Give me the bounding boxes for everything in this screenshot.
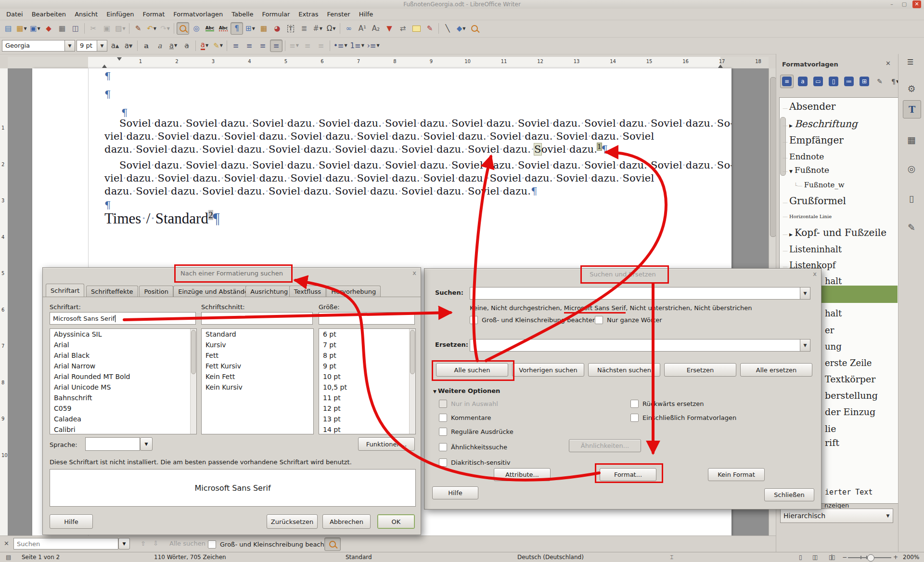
line-spacing-icon[interactable]: ≡▼ (288, 39, 300, 52)
size-item-8-pt[interactable]: 8 pt (319, 350, 415, 361)
underline-icon[interactable]: a▼ (167, 39, 180, 52)
first-line-indent-marker[interactable] (117, 57, 122, 61)
font-item-arial-black[interactable]: Arial Black (50, 350, 196, 361)
font-item-bahnschrift[interactable]: Bahnschrift (50, 392, 196, 403)
language-dropdown-button[interactable]: ▼ (140, 437, 153, 451)
format-button[interactable]: Format... (600, 468, 656, 481)
style-entry-horizontale-linie[interactable]: —Horizontale Linie (780, 213, 891, 220)
size-item-14-pt[interactable]: 14 pt (319, 424, 415, 434)
button-ersetzen[interactable]: Ersetzen (664, 363, 736, 377)
match-case-checkbox[interactable]: Groß- und Kleinschreibung beachten (470, 316, 596, 324)
style-entry-kopf-und-fu-zeile[interactable]: —▶Kopf- und Fußzeile (780, 227, 891, 238)
menu-bearbeiten[interactable]: Bearbeiten (27, 9, 70, 20)
insert-chart-icon[interactable]: ◕ (271, 22, 283, 35)
highlighting-color-icon[interactable]: ✎▼ (212, 39, 224, 52)
similarity-button[interactable]: Ähnlichkeiten... (569, 439, 641, 452)
style-item-fett-kursiv[interactable]: Fett Kursiv (202, 361, 313, 371)
menu-fenster[interactable]: Fenster (322, 9, 354, 20)
fill-format-mode-icon[interactable]: ✎ (873, 75, 886, 88)
insert-bookmark-icon[interactable]: ▼ (383, 22, 396, 35)
print-icon[interactable]: ▦ (56, 22, 68, 35)
size-item-11-pt[interactable]: 11 pt (319, 392, 415, 403)
size-item-10-pt[interactable]: 10 pt (319, 371, 415, 382)
export-pdf-icon[interactable]: ◆ (42, 22, 55, 35)
chevron-down-icon[interactable]: ▼ (344, 43, 347, 48)
chevron-down-icon[interactable]: ▼ (167, 26, 170, 31)
expand-icon[interactable]: ▶ (789, 123, 793, 128)
tab-textfluss[interactable]: Textfluss (289, 286, 326, 297)
close-icon[interactable]: ✕ (4, 540, 9, 547)
font-color-icon[interactable]: a▼ (198, 39, 211, 52)
collapse-icon[interactable]: ▼ (789, 169, 793, 174)
new-document-icon[interactable]: ▤ (2, 22, 14, 35)
tab-schriftart[interactable]: Schriftart (46, 284, 84, 297)
sidebar-menu-icon[interactable]: ☰ (907, 58, 913, 66)
insert-footnote-icon[interactable]: A¹ (356, 22, 369, 35)
expand-icon[interactable]: ▶ (789, 232, 793, 237)
chevron-down-icon[interactable]: ▼ (883, 509, 893, 523)
chevron-down-icon[interactable]: ▼ (376, 43, 379, 48)
print-preview-icon[interactable]: ◫ (69, 22, 82, 35)
decrease-paragraph-spacing-icon[interactable]: ≡ (315, 39, 327, 52)
size-item-13-pt[interactable]: 13 pt (319, 414, 415, 424)
attributes-button[interactable]: Attribute... (494, 468, 551, 481)
scrollbar-thumb[interactable] (410, 330, 415, 374)
gallery-icon[interactable]: ▦ (903, 131, 920, 148)
insert-field-icon[interactable]: #▼ (311, 22, 324, 35)
menu-formatvorlagen[interactable]: Formatvorlagen (169, 9, 227, 20)
sidebar-settings-icon[interactable]: ⚙ (903, 80, 920, 97)
font-size-input[interactable] (319, 312, 415, 325)
close-button[interactable]: Schließen (764, 488, 814, 501)
scrollbar[interactable] (190, 329, 196, 434)
style-item-fett[interactable]: Fett (202, 350, 313, 361)
style-list-mode-select[interactable]: Hierarchisch ▼ (780, 509, 893, 523)
size-item-10-5-pt[interactable]: 10,5 pt (319, 382, 415, 392)
reset-button[interactable]: Zurücksetzen (267, 514, 318, 529)
font-item-abyssinica-sil[interactable]: Abyssinica SIL (50, 329, 196, 340)
search-dropdown-button[interactable]: ▼ (118, 538, 130, 549)
button-n-chsten-suchen[interactable]: Nächsten suchen (588, 363, 660, 377)
style-entry-fu-note-w[interactable]: └—Fußnote_w (780, 181, 891, 189)
cancel-button[interactable]: Abbrechen (322, 514, 371, 529)
option-diakritisch-sensitiv[interactable]: Diakritisch-sensitiv (439, 458, 510, 467)
basic-shapes-icon[interactable]: ◆▼ (455, 22, 467, 35)
checkbox-icon[interactable] (439, 458, 447, 467)
frame-styles-icon[interactable]: ▭ (812, 75, 824, 88)
menu-hilfe[interactable]: Hilfe (355, 9, 378, 20)
close-icon[interactable]: ✕ (886, 60, 891, 67)
menu-datei[interactable]: Datei (2, 9, 27, 20)
button-alle-suchen[interactable]: Alle suchen (436, 363, 508, 377)
insert-table-icon[interactable]: ⊞▼ (244, 22, 257, 35)
navigator-icon[interactable]: ◎ (903, 160, 920, 177)
checkbox-icon[interactable] (630, 400, 639, 408)
find-next-icon[interactable]: ⇩ (153, 540, 158, 547)
no-format-button[interactable]: Kein Format (708, 468, 765, 481)
insert-image-icon[interactable]: ▦ (257, 22, 270, 35)
option-hnlichkeitssuche[interactable]: Ähnlichkeitssuche (439, 443, 507, 451)
close-icon[interactable]: ✕ (912, 0, 921, 8)
align-right-icon[interactable]: ≡ (257, 39, 269, 52)
chevron-down-icon[interactable]: ▼ (205, 43, 208, 48)
chevron-down-icon[interactable]: ▼ (800, 340, 810, 351)
outline-format-icon[interactable]: ›≡▼ (366, 39, 381, 52)
font-item-calibri[interactable]: Calibri (50, 424, 196, 434)
chevron-down-icon[interactable]: ▼ (462, 26, 465, 31)
chevron-down-icon[interactable]: ▼ (154, 26, 156, 31)
match-case-checkbox[interactable]: Groß- und Kleinschreibung beachten (208, 540, 334, 549)
checkbox-icon[interactable] (630, 414, 639, 422)
character-styles-icon[interactable]: a (796, 75, 809, 88)
style-item-standard[interactable]: Standard (202, 329, 313, 340)
menu-einf-gen[interactable]: Einfügen (102, 9, 138, 20)
spelling-icon[interactable]: Abc (204, 22, 216, 35)
checkbox-icon[interactable] (439, 414, 447, 422)
checkbox-icon[interactable] (208, 540, 216, 549)
style-item-kein-fett[interactable]: Kein Fett (202, 371, 313, 382)
zoom-out-icon[interactable]: − (842, 552, 847, 562)
find-and-replace-icon[interactable] (324, 537, 341, 551)
undo-icon[interactable]: ↶▼ (145, 22, 158, 35)
align-center-icon[interactable]: ≡ (243, 39, 256, 52)
option-nur-in-auswahl[interactable]: Nur in Auswahl (439, 400, 498, 408)
button-alle-ersetzen[interactable]: Alle ersetzen (740, 363, 812, 377)
page-icon[interactable]: ▯ (903, 190, 920, 207)
font-size-combo[interactable]: 9 pt ▼ (77, 40, 107, 52)
